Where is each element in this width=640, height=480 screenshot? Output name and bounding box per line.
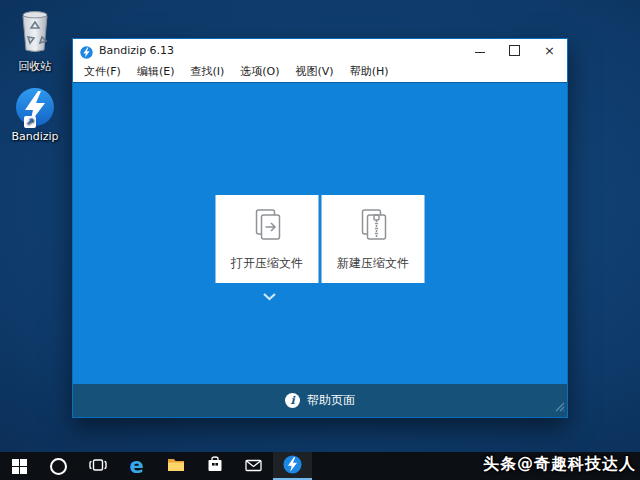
watermark-prefix: 头条 — [483, 454, 517, 473]
task-view-icon — [89, 457, 107, 476]
file-explorer-icon — [167, 457, 185, 476]
maximize-button[interactable] — [497, 39, 532, 61]
menu-edit[interactable]: 编辑(E) — [129, 64, 183, 79]
minimize-button[interactable] — [462, 39, 497, 61]
desktop-icon-bandizip[interactable]: ↗ Bandizip — [2, 86, 68, 143]
minimize-icon — [475, 52, 485, 53]
bandizip-icon: ↗ — [14, 86, 56, 128]
new-archive-icon — [355, 207, 391, 246]
maximize-icon — [509, 45, 520, 56]
task-view-button[interactable] — [78, 452, 117, 480]
new-archive-label: 新建压缩文件 — [337, 255, 409, 272]
desktop-icon-recycle-bin[interactable]: 回收站 — [2, 8, 68, 74]
window-titlebar[interactable]: Bandizip 6.13 × — [73, 39, 567, 61]
bandizip-taskbar-button[interactable] — [273, 452, 312, 480]
open-archive-button[interactable]: 打开压缩文件 — [216, 195, 319, 283]
desktop-icon-label: Bandizip — [11, 130, 58, 143]
store-icon — [207, 456, 223, 476]
help-page-label: 帮助页面 — [307, 392, 355, 409]
store-button[interactable] — [195, 452, 234, 480]
menu-help[interactable]: 帮助(H) — [342, 64, 397, 79]
bandizip-app-icon — [80, 44, 93, 57]
action-cards: 打开压缩文件 新建压缩文件 — [216, 195, 425, 283]
search-icon — [50, 458, 67, 475]
bandizip-icon — [283, 455, 302, 478]
search-button[interactable] — [39, 452, 78, 480]
edge-icon: e — [129, 456, 143, 477]
window-title: Bandizip 6.13 — [99, 44, 174, 57]
open-archive-label: 打开压缩文件 — [231, 255, 303, 272]
watermark: 头条@奇趣科技达人 — [483, 454, 636, 475]
open-archive-icon — [249, 207, 285, 246]
help-page-bar[interactable]: i 帮助页面 — [73, 384, 567, 417]
bandizip-window: Bandizip 6.13 × 文件(F) 编辑(E) 查找(I) 选项(O) … — [72, 38, 568, 418]
edge-button[interactable]: e — [117, 452, 156, 480]
menu-file[interactable]: 文件(F) — [76, 64, 129, 79]
chevron-down-icon[interactable] — [262, 287, 277, 297]
window-content: 打开压缩文件 新建压缩文件 — [73, 83, 567, 384]
window-controls: × — [462, 39, 567, 61]
menu-find[interactable]: 查找(I) — [182, 64, 232, 79]
new-archive-button[interactable]: 新建压缩文件 — [322, 195, 425, 283]
desktop-background: 回收站 ↗ Bandizip — [0, 0, 640, 480]
watermark-handle: @奇趣科技达人 — [517, 454, 636, 473]
menu-options[interactable]: 选项(O) — [232, 64, 287, 79]
menu-view[interactable]: 视图(V) — [288, 64, 342, 79]
shortcut-arrow-icon: ↗ — [24, 116, 36, 128]
desktop-icon-label: 回收站 — [19, 60, 52, 73]
start-button[interactable] — [0, 452, 39, 480]
mail-icon — [245, 457, 262, 476]
close-icon: × — [544, 44, 555, 57]
close-button[interactable]: × — [532, 39, 567, 61]
mail-button[interactable] — [234, 452, 273, 480]
file-explorer-button[interactable] — [156, 452, 195, 480]
windows-logo-icon — [12, 459, 27, 474]
info-icon: i — [285, 393, 300, 408]
recycle-bin-icon — [2, 8, 68, 57]
menu-bar: 文件(F) 编辑(E) 查找(I) 选项(O) 视图(V) 帮助(H) — [73, 61, 567, 83]
resize-grip[interactable] — [555, 401, 565, 415]
